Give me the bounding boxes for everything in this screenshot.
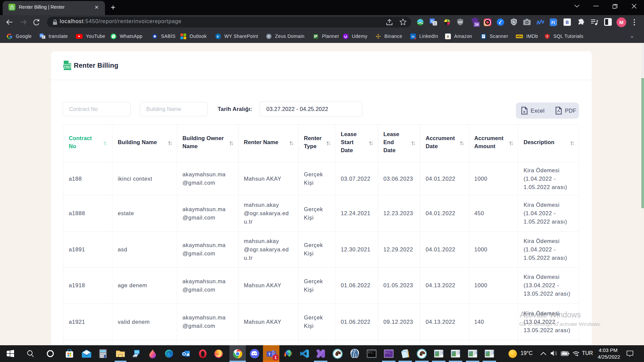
svg-text:文: 文 <box>42 36 45 39</box>
svg-text:x: x <box>523 110 526 114</box>
svg-text:PSD: PSD <box>64 65 70 68</box>
svg-text:1: 1 <box>274 355 277 360</box>
svg-text:UO: UO <box>458 20 463 24</box>
svg-text:IMDb: IMDb <box>516 35 522 38</box>
svg-text:s: s <box>217 35 218 38</box>
svg-text:T: T <box>268 352 270 356</box>
svg-text:C:\_: C:\_ <box>385 352 391 354</box>
svg-text:in: in <box>412 35 414 38</box>
svg-text:P: P <box>268 35 270 38</box>
svg-text:文: 文 <box>433 22 436 25</box>
svg-text:a: a <box>447 34 449 38</box>
svg-text:34: 34 <box>475 22 479 26</box>
svg-text:FI: FI <box>551 20 555 25</box>
svg-text:T: T <box>546 35 548 38</box>
svg-text:C:\_: C:\_ <box>368 352 374 354</box>
svg-text:B: B <box>566 20 569 25</box>
